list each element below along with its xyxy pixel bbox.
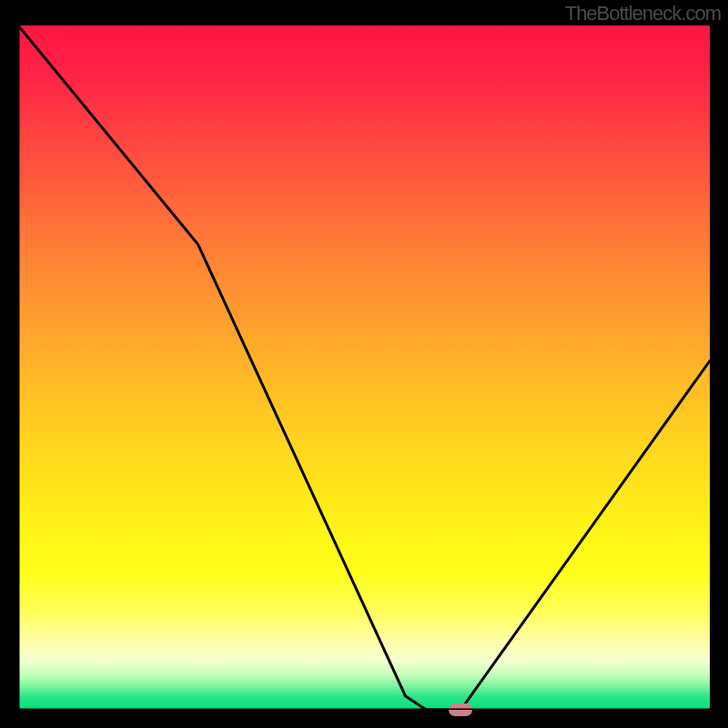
curve-layer	[18, 25, 710, 710]
bottleneck-curve	[18, 25, 710, 710]
attribution-label: TheBottleneck.com	[565, 2, 721, 25]
chart-container: TheBottleneck.com	[0, 0, 728, 728]
optimum-marker	[449, 703, 472, 716]
axes-area	[18, 25, 710, 710]
